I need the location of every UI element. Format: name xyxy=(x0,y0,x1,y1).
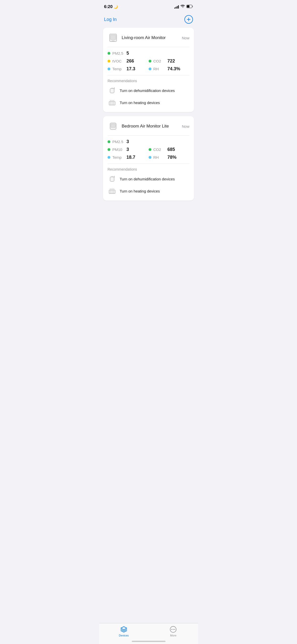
svg-rect-2 xyxy=(187,5,189,8)
svg-rect-7 xyxy=(112,41,114,41)
dehumidifier-icon xyxy=(108,86,117,95)
svg-point-10 xyxy=(114,88,115,89)
plus-icon xyxy=(187,17,191,21)
device-name: Living-room Air Monitor xyxy=(122,35,166,40)
header: Log In xyxy=(99,12,198,28)
metric-dot-blue xyxy=(108,68,110,70)
metrics-grid: PM2.5 5 tVOC 266 CO2 722 xyxy=(108,51,189,72)
recommendations-label: Recommendations xyxy=(108,167,189,171)
divider xyxy=(108,47,189,47)
metric-item-temp: Temp 17.3 xyxy=(108,66,149,72)
recommendation-dehumidify: Turn on dehumidification devices xyxy=(108,86,189,95)
metric-item-rh: RH 78% xyxy=(149,155,190,160)
recommendations-section: Recommendations Turn on dehumidification… xyxy=(108,79,189,107)
moon-icon: 🌙 xyxy=(114,5,118,9)
metric-item-pm10: PM10 3 xyxy=(108,147,149,152)
status-icons xyxy=(174,5,193,9)
svg-rect-9 xyxy=(110,88,114,93)
card-header: Bedroom Air Monitor Lite Now xyxy=(108,121,189,132)
metric-row: PM10 3 CO2 685 xyxy=(108,147,189,152)
rec-text-dehumidify: Turn on dehumidification devices xyxy=(120,88,175,93)
living-room-card[interactable]: Living-room Air Monitor Now PM2.5 5 tVOC… xyxy=(103,28,194,112)
metric-dot-green xyxy=(149,148,151,151)
svg-rect-18 xyxy=(110,177,114,181)
rec-text-heating: Turn on heating devices xyxy=(120,189,160,193)
status-time: 6:20 xyxy=(104,4,113,9)
svg-line-20 xyxy=(114,176,115,176)
svg-line-11 xyxy=(114,87,115,88)
add-device-button[interactable] xyxy=(184,15,193,24)
metric-row: Temp 18.7 RH 78% xyxy=(108,155,189,160)
recommendations-section: Recommendations Turn on dehumidification… xyxy=(108,167,189,196)
divider xyxy=(108,75,189,75)
svg-rect-17 xyxy=(111,124,115,127)
metric-dot-green xyxy=(149,60,151,62)
metric-dot-yellow xyxy=(108,60,110,62)
metric-dot-green xyxy=(108,52,110,55)
svg-rect-6 xyxy=(110,35,116,40)
svg-point-19 xyxy=(114,176,115,177)
status-bar: 6:20 🌙 xyxy=(99,0,198,12)
dehumidifier-icon xyxy=(108,174,117,183)
svg-rect-8 xyxy=(111,41,115,42)
metric-item-rh: RH 74.3% xyxy=(149,66,190,72)
rec-text-dehumidify: Turn on dehumidification devices xyxy=(120,177,175,181)
heater-icon xyxy=(108,186,117,196)
metric-item-pm25: PM2.5 5 xyxy=(108,51,189,56)
metrics-grid: PM2.5 3 PM10 3 CO2 685 xyxy=(108,139,189,160)
metric-item-co2: CO2 722 xyxy=(149,58,190,64)
battery-icon xyxy=(186,5,193,9)
card-header: Living-room Air Monitor Now xyxy=(108,32,189,43)
metric-item-pm25: PM2.5 3 xyxy=(108,139,189,144)
metric-row: Temp 17.3 RH 74.3% xyxy=(108,66,189,72)
metric-dot-blue xyxy=(108,156,110,159)
metric-item-tvoc: tVOC 266 xyxy=(108,58,149,64)
device-icon xyxy=(108,32,119,43)
metric-row: PM2.5 5 xyxy=(108,51,189,56)
device-icon xyxy=(108,121,119,132)
signal-icon xyxy=(174,5,179,9)
metric-dot-blue xyxy=(149,156,151,159)
metric-item-temp: Temp 18.7 xyxy=(108,155,149,160)
rec-text-heating: Turn on heating devices xyxy=(120,101,160,105)
bedroom-card[interactable]: Bedroom Air Monitor Lite Now PM2.5 3 PM1… xyxy=(103,116,194,201)
wifi-icon xyxy=(180,5,185,9)
metric-dot-blue xyxy=(149,68,151,70)
recommendation-heating: Turn on heating devices xyxy=(108,98,189,107)
recommendation-dehumidify: Turn on dehumidification devices xyxy=(108,174,189,183)
divider xyxy=(108,164,189,164)
cards-container: Living-room Air Monitor Now PM2.5 5 tVOC… xyxy=(99,28,198,201)
heater-icon xyxy=(108,98,117,107)
metric-row: PM2.5 3 xyxy=(108,139,189,144)
metric-row: tVOC 266 CO2 722 xyxy=(108,58,189,64)
card-timestamp: Now xyxy=(182,36,189,40)
login-button[interactable]: Log In xyxy=(104,17,117,22)
device-name: Bedroom Air Monitor Lite xyxy=(122,124,169,129)
svg-rect-1 xyxy=(192,6,193,7)
metric-dot-green xyxy=(108,148,110,151)
card-timestamp: Now xyxy=(182,124,189,128)
metric-dot-green xyxy=(108,140,110,143)
metric-item-co2: CO2 685 xyxy=(149,147,190,152)
divider xyxy=(108,135,189,136)
recommendations-label: Recommendations xyxy=(108,79,189,83)
recommendation-heating: Turn on heating devices xyxy=(108,186,189,196)
